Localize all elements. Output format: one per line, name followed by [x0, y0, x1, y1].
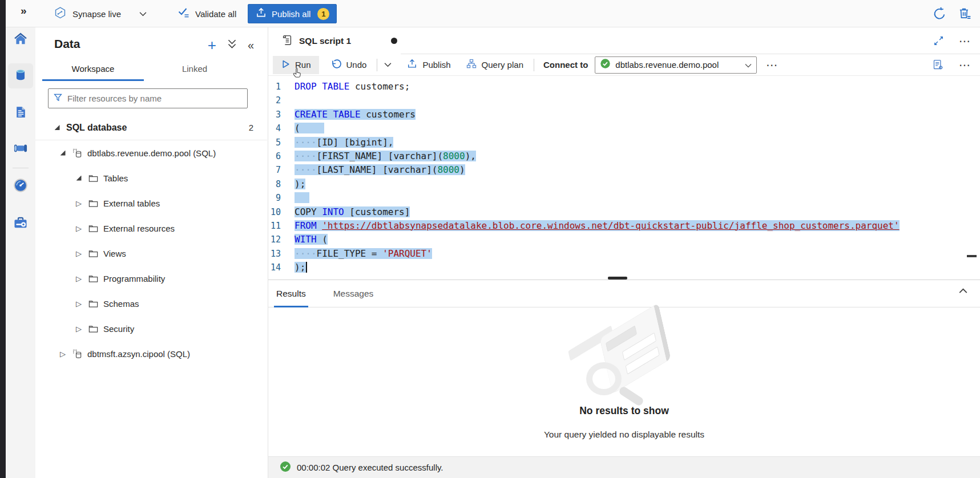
- code-line[interactable]: 11FROM 'https://dbtlabsynapsedatalake.bl…: [268, 219, 980, 233]
- explorer-tabs: Workspace Linked: [35, 57, 268, 81]
- sql-script-icon: [281, 34, 293, 48]
- tree-item-label: Schemas: [103, 299, 139, 309]
- collapse-panel-icon[interactable]: «: [248, 39, 254, 51]
- tree-item[interactable]: ▷Schemas: [35, 291, 267, 316]
- expand-editor-icon[interactable]: [933, 35, 944, 46]
- splitter-drag-handle[interactable]: [608, 277, 627, 279]
- publish-button[interactable]: Publish: [403, 56, 454, 74]
- code-line[interactable]: 13····FILE_TYPE = 'PARQUET': [268, 247, 980, 261]
- chevron-down-icon: [139, 11, 147, 17]
- tab-results[interactable]: Results: [274, 280, 308, 307]
- line-number: 10: [268, 205, 295, 219]
- collapse-caret-icon[interactable]: [51, 125, 63, 130]
- tree-item-label: External tables: [103, 199, 160, 208]
- panel-title: Data: [54, 37, 80, 51]
- expand-nav-button[interactable]: »: [21, 5, 27, 17]
- nav-home[interactable]: [8, 27, 33, 52]
- query-plan-label: Query plan: [482, 60, 523, 70]
- more-toolbar-icon[interactable]: ⋯: [959, 62, 971, 68]
- tab-workspace[interactable]: Workspace: [42, 57, 144, 81]
- validate-all-button[interactable]: Validate all: [177, 0, 236, 27]
- run-play-icon: [281, 59, 291, 71]
- actions-chevron-icon[interactable]: [228, 39, 236, 51]
- discard-trash-icon[interactable]: [957, 6, 972, 21]
- nav-monitor[interactable]: [8, 174, 33, 199]
- connect-to-label: Connect to: [543, 60, 588, 70]
- line-number: 11: [268, 219, 295, 233]
- folder-icon: [88, 273, 99, 284]
- validate-label: Validate all: [195, 9, 236, 19]
- collapse-caret-icon[interactable]: [73, 176, 84, 181]
- expand-caret-icon[interactable]: ▷: [73, 325, 84, 333]
- code-editor[interactable]: 1DROP TABLE customers;23CREATE TABLE cus…: [268, 76, 980, 279]
- mode-switcher[interactable]: Synapse live: [54, 0, 147, 27]
- tree-item[interactable]: ▷Programmability: [35, 266, 267, 291]
- tree-item[interactable]: SQL database2: [35, 115, 267, 140]
- tree-item[interactable]: ▷dbtmsft.azsyn.cipool (SQL): [35, 341, 267, 366]
- tab-messages[interactable]: Messages: [331, 280, 376, 307]
- expand-caret-icon[interactable]: ▷: [73, 274, 84, 283]
- code-line[interactable]: 4(: [268, 121, 980, 135]
- expand-caret-icon[interactable]: ▷: [73, 224, 84, 233]
- upload-icon: [255, 7, 267, 21]
- toolbar-separator: [534, 59, 534, 71]
- scrollbar-thumb[interactable]: [967, 255, 977, 257]
- mode-label: Synapse live: [72, 9, 121, 19]
- tab-linked[interactable]: Linked: [144, 57, 245, 81]
- expand-caret-icon[interactable]: ▷: [57, 350, 68, 358]
- code-line[interactable]: 10COPY INTO [customers]: [268, 205, 980, 219]
- expand-caret-icon[interactable]: ▷: [73, 199, 84, 208]
- code-line[interactable]: 5····[ID] [bigint],: [268, 136, 980, 149]
- more-commands-icon[interactable]: ⋯: [766, 62, 778, 68]
- undo-redo-chevron-icon[interactable]: [384, 62, 392, 67]
- tree-item[interactable]: Tables: [35, 165, 267, 191]
- more-actions-icon[interactable]: ⋯: [959, 38, 971, 44]
- nav-develop[interactable]: [8, 100, 33, 125]
- publish-upload-icon: [406, 58, 418, 71]
- nav-data[interactable]: [8, 63, 33, 88]
- nav-integrate[interactable]: [8, 137, 33, 162]
- magnifier-icon: [586, 362, 622, 395]
- code-line[interactable]: 1DROP TABLE customers;: [268, 80, 980, 94]
- refresh-icon[interactable]: [932, 6, 947, 21]
- validate-icon: [177, 6, 191, 22]
- home-icon: [13, 31, 29, 49]
- chevron-down-icon: [745, 60, 752, 70]
- code-line[interactable]: 2: [268, 94, 980, 107]
- success-check-icon: [280, 461, 291, 475]
- code-line[interactable]: 9: [268, 191, 980, 205]
- undo-button[interactable]: Undo: [327, 56, 370, 74]
- tree-item[interactable]: ▷External tables: [35, 191, 267, 216]
- code-line[interactable]: 14);: [268, 261, 980, 274]
- results-panel: Results Messages No results to show Your…: [268, 280, 980, 478]
- text-cursor: [306, 262, 307, 273]
- tree-item-label: Security: [103, 324, 134, 334]
- code-line[interactable]: 3CREATE TABLE customers: [268, 108, 980, 121]
- expand-caret-icon[interactable]: ▷: [73, 299, 84, 308]
- tree-item[interactable]: dbtlabs.revenue.demo.pool (SQL): [35, 140, 267, 165]
- add-resource-button[interactable]: +: [208, 39, 216, 51]
- code-line[interactable]: 8);: [268, 177, 980, 191]
- monitor-icon: [13, 177, 29, 196]
- pool-select-dropdown[interactable]: dbtlabs.revenue.demo.pool: [595, 56, 757, 74]
- folder-icon: [88, 298, 99, 309]
- line-number: 5: [268, 136, 295, 149]
- collapse-results-chevron-icon[interactable]: [959, 288, 967, 294]
- tree-item[interactable]: ▷Views: [35, 241, 267, 266]
- code-line[interactable]: 6····[FIRST_NAME] [varchar](8000),: [268, 149, 980, 163]
- expand-caret-icon[interactable]: ▷: [73, 249, 84, 258]
- collapse-caret-icon[interactable]: [57, 151, 68, 156]
- properties-icon[interactable]: [932, 59, 944, 71]
- tab-sql-script[interactable]: SQL script 1: [275, 27, 401, 54]
- nav-manage[interactable]: [8, 211, 33, 236]
- filter-input[interactable]: [67, 94, 243, 103]
- develop-icon: [14, 105, 28, 121]
- tree-item[interactable]: ▷External resources: [35, 216, 267, 241]
- editor-region: SQL script 1 ⋯ Run U: [268, 27, 980, 478]
- code-line[interactable]: 12WITH (: [268, 233, 980, 246]
- code-line[interactable]: 7····[LAST_NAME] [varchar](8000): [268, 163, 980, 177]
- empty-results-subtitle: Your query yielded no displayable result…: [268, 430, 980, 440]
- publish-all-button[interactable]: Publish all 1: [248, 4, 337, 23]
- tree-item[interactable]: ▷Security: [35, 316, 267, 341]
- query-plan-button[interactable]: Query plan: [462, 56, 527, 74]
